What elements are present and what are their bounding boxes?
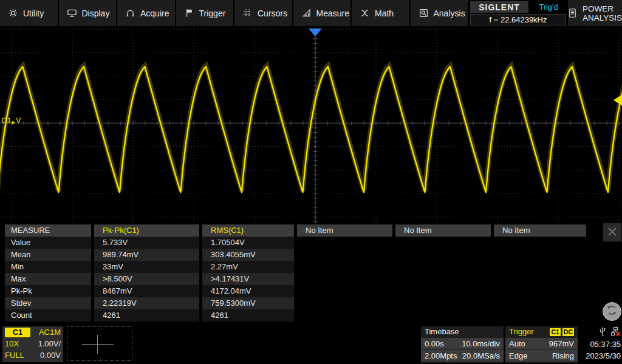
menu-measure[interactable]: Measure	[293, 0, 352, 26]
clock-panel: 05:37:35 2023/5/30	[580, 326, 622, 363]
timebase-panel[interactable]: Timebase 0.00s 10.0ms/div 2.00Mpts 20.0M…	[421, 326, 504, 363]
menu-math[interactable]: Math	[352, 0, 411, 26]
stat-value: 5.733V	[94, 237, 199, 249]
status-cluster: SIGLENT Trig'd f = 22.64239kHz	[469, 0, 567, 26]
channel-badge: C1	[5, 328, 30, 337]
table-row-min: Min 33mV 2.27mV	[5, 261, 622, 273]
offset-arrow-icon: ▶	[12, 120, 15, 125]
timebase-delay: 0.00s	[425, 338, 444, 349]
close-measure-button[interactable]	[603, 223, 621, 241]
trigger-status-badge: Trig'd	[531, 1, 566, 13]
power-analysis-button[interactable]: POWER ANALYSIS	[567, 0, 622, 26]
timebase-scale: 10.0ms/div	[462, 338, 500, 349]
acquire-icon	[125, 8, 135, 18]
stat-label: Min	[5, 261, 91, 273]
system-time: 05:37:35	[580, 339, 622, 350]
cursors-icon	[242, 8, 253, 18]
stat-value: 4261	[202, 309, 294, 322]
measure-icon	[301, 8, 312, 18]
measure-slot-2[interactable]: RMS(C1)	[202, 224, 294, 237]
measure-slot-3-empty[interactable]: No Item	[297, 224, 392, 237]
waveform-grid-and-trace	[0, 28, 622, 223]
stat-value: 2.22319V	[94, 297, 199, 309]
rotate-arrows-icon	[606, 304, 618, 319]
channel-unit-label: V	[16, 116, 21, 125]
stat-value: 2.27mV	[202, 261, 294, 273]
touch-gesture-button[interactable]	[603, 302, 621, 321]
bandwidth-limit: FULL	[5, 351, 24, 360]
gear-icon	[8, 8, 18, 18]
stat-label: Pk-Pk	[5, 285, 91, 297]
stat-value: >4.17431V	[202, 273, 294, 285]
menu-analysis[interactable]: Analysis	[411, 0, 470, 26]
display-icon	[67, 8, 77, 18]
trigger-coupling-badge: DC	[562, 328, 574, 336]
trigger-title: Trigger	[509, 326, 534, 337]
document-icon	[568, 8, 577, 18]
menu-cursors[interactable]: Cursors	[234, 0, 293, 26]
close-icon	[607, 226, 618, 239]
trigger-type: Edge	[509, 350, 527, 362]
crosshair-icon	[97, 335, 98, 354]
channel-1-panel[interactable]: C1 AC1M 10X 1.00V/ FULL 0.00V	[2, 326, 63, 362]
probe-attenuation: 10X	[5, 339, 19, 348]
menu-analysis-label: Analysis	[434, 8, 465, 18]
volts-per-div: 1.00V/	[38, 339, 61, 348]
system-date: 2023/5/30	[580, 350, 622, 362]
trigger-source-badge: C1	[550, 328, 560, 336]
measure-slot-1[interactable]: Pk-Pk(C1)	[94, 224, 199, 237]
menu-utility[interactable]: Utility	[0, 0, 59, 26]
brand-logo: SIGLENT	[470, 1, 528, 13]
frequency-counter: f = 22.64239kHz	[470, 14, 566, 25]
menu-trigger-label: Trigger	[199, 8, 226, 18]
measure-header: MEASURE	[5, 224, 91, 237]
sample-rate: 20.0MSa/s	[462, 350, 500, 362]
top-menu-bar: Utility Display Acquire	[0, 0, 622, 26]
channel-offset-value: 0.00V	[40, 351, 61, 360]
stat-value: 4261	[94, 309, 199, 322]
timebase-title: Timebase	[425, 326, 459, 337]
menu-acquire-label: Acquire	[140, 8, 169, 18]
memory-depth: 2.00Mpts	[425, 350, 457, 362]
channel-coupling: AC1M	[39, 328, 61, 337]
stat-label: Max	[5, 273, 91, 285]
menu-utility-label: Utility	[23, 8, 44, 18]
trigger-position-marker[interactable]	[309, 29, 322, 36]
empty-channel-slot[interactable]	[67, 326, 132, 361]
waveform-display[interactable]: C1▶V	[0, 28, 622, 223]
measure-slot-4-empty[interactable]: No Item	[395, 224, 491, 237]
trigger-slope: Rising	[552, 350, 574, 362]
table-row-pkpk: Pk-Pk 8467mV 4172.04mV	[5, 285, 622, 297]
power-analysis-label: POWER ANALYSIS	[583, 4, 622, 22]
stat-label: Mean	[5, 249, 91, 261]
menu-trigger[interactable]: Trigger	[176, 0, 235, 26]
channel-offset-marker[interactable]: C1▶V	[1, 116, 21, 125]
lan-disconnected-icon	[610, 326, 621, 339]
analysis-icon	[419, 8, 429, 18]
stat-label: Value	[5, 237, 91, 249]
menu-cursors-label: Cursors	[258, 8, 287, 18]
stat-value: 4172.04mV	[202, 285, 294, 297]
flag-icon	[184, 8, 194, 18]
menu-math-label: Math	[375, 8, 394, 18]
stat-label: Count	[5, 309, 91, 322]
math-icon	[360, 8, 370, 18]
menu-measure-label: Measure	[316, 8, 349, 18]
table-row-value: Value 5.733V 1.70504V	[5, 237, 622, 249]
menu-display[interactable]: Display	[59, 0, 118, 26]
table-row-count: Count 4261 4261	[5, 309, 622, 322]
stat-value: 1.70504V	[202, 237, 294, 249]
trigger-level: 967mV	[549, 338, 574, 349]
stat-value: >8.500V	[94, 273, 199, 285]
measure-slot-5-empty[interactable]: No Item	[494, 224, 586, 237]
stat-value: 8467mV	[94, 285, 199, 297]
stat-value: 33mV	[94, 261, 199, 273]
measurement-table: MEASURE Pk-Pk(C1) RMS(C1) No Item No Ite…	[5, 224, 622, 322]
stat-label: Stdev	[5, 297, 91, 309]
measurement-header-row: MEASURE Pk-Pk(C1) RMS(C1) No Item No Ite…	[5, 224, 622, 237]
trigger-level-marker[interactable]	[613, 95, 622, 106]
menu-acquire[interactable]: Acquire	[117, 0, 176, 26]
menu-display-label: Display	[82, 8, 110, 18]
channel-offset-label: C1	[1, 116, 12, 125]
trigger-panel[interactable]: Trigger C1 DC Auto 967mV Edge Rising	[505, 326, 578, 363]
